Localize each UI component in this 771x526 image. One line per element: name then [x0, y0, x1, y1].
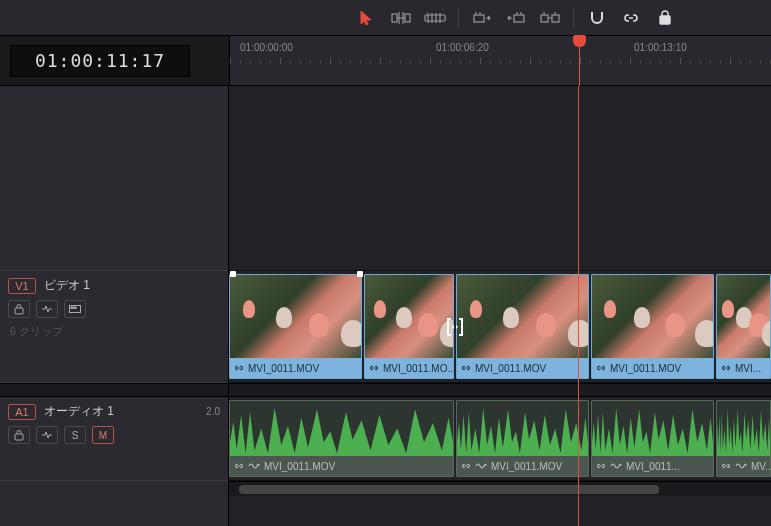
track-header-spacer	[0, 86, 228, 271]
blade-tool[interactable]	[384, 4, 418, 32]
playhead[interactable]	[578, 86, 579, 526]
video-track-clip-count: 6 クリップ	[8, 324, 220, 339]
track-lock-button[interactable]	[8, 426, 30, 444]
audio-track-header[interactable]: A1 オーディオ 1 2.0 S M	[0, 397, 228, 481]
video-track-header[interactable]: V1 ビデオ 1 6 クリップ	[0, 271, 228, 383]
svg-rect-6	[552, 15, 559, 22]
snap-toggle[interactable]	[580, 4, 614, 32]
toolbar	[0, 0, 771, 36]
video-clip[interactable]: MVI...	[716, 274, 771, 379]
toolbar-separator	[573, 8, 574, 28]
selection-tool[interactable]	[350, 4, 384, 32]
svg-rect-1	[405, 14, 410, 22]
timeline-spacer	[229, 86, 771, 271]
trim-start-tool[interactable]	[465, 4, 499, 32]
trim-end-tool[interactable]	[499, 4, 533, 32]
toolbar-separator	[458, 8, 459, 28]
ruler-timestamp: 01:00:00:00	[240, 42, 293, 53]
track-thumbnail-toggle[interactable]	[64, 300, 86, 318]
track-divider-content[interactable]	[229, 383, 771, 397]
svg-rect-11	[74, 307, 76, 309]
audio-clip[interactable]: MVI_0011.MOV	[456, 400, 589, 477]
svg-rect-4	[514, 15, 524, 22]
transition-tool[interactable]	[533, 4, 567, 32]
track-lock-button[interactable]	[8, 300, 30, 318]
video-track-row[interactable]: MVI_0011.MOVMVI_0011.MO...MVI_0011.MOVMV…	[229, 271, 771, 383]
ruler-timestamp: 01:00:06:20	[436, 42, 489, 53]
audio-track-channels: 2.0	[206, 406, 220, 417]
svg-rect-0	[392, 14, 397, 22]
clip-label: MVI_0011.MOV	[457, 358, 588, 378]
ruler-timestamp: 01:00:13:10	[634, 42, 687, 53]
track-headers: V1 ビデオ 1 6 クリップ	[0, 86, 229, 526]
link-toggle[interactable]	[614, 4, 648, 32]
audio-clip[interactable]: MVI_0011...	[591, 400, 714, 477]
svg-rect-8	[15, 308, 23, 314]
track-auto-select[interactable]	[36, 300, 58, 318]
clip-label: MVI_0011...	[592, 456, 713, 476]
audio-track-row[interactable]: MVI_0011.MOVMVI_0011.MOVMVI_0011...MV...	[229, 397, 771, 481]
svg-rect-3	[474, 15, 484, 22]
video-clip[interactable]: MVI_0011.MO...	[364, 274, 454, 379]
insert-tool[interactable]	[418, 4, 452, 32]
clip-label: MVI_0011.MO...	[365, 358, 453, 378]
timecode-display[interactable]: 01:00:11:17	[10, 45, 190, 77]
scrollbar-thumb[interactable]	[239, 485, 659, 494]
video-track-badge[interactable]: V1	[8, 278, 36, 294]
clip-label: MVI_0011.MOV	[230, 358, 361, 378]
video-track-label: ビデオ 1	[44, 277, 90, 294]
clip-label: MVI_0011.MOV	[457, 456, 588, 476]
mute-button[interactable]: M	[92, 426, 114, 444]
audio-track-badge[interactable]: A1	[8, 404, 36, 420]
clip-label: MVI_0011.MOV	[230, 456, 453, 476]
clip-label: MV...	[717, 456, 770, 476]
playhead-marker[interactable]	[579, 36, 580, 86]
svg-rect-5	[541, 15, 548, 22]
track-auto-select[interactable]	[36, 426, 58, 444]
svg-rect-10	[71, 307, 73, 309]
lock-toggle[interactable]	[648, 4, 682, 32]
timecode-container: 01:00:11:17	[0, 36, 229, 85]
video-clip[interactable]: MVI_0011.MOV	[229, 274, 362, 379]
audio-clip[interactable]: MV...	[716, 400, 771, 477]
solo-button[interactable]: S	[64, 426, 86, 444]
audio-track-label: オーディオ 1	[44, 403, 114, 420]
clip-marker	[230, 271, 236, 277]
track-divider[interactable]	[0, 383, 228, 397]
video-clip[interactable]: MVI_0011.MOV	[591, 274, 714, 379]
svg-rect-12	[15, 434, 23, 440]
svg-rect-7	[660, 16, 670, 24]
horizontal-scrollbar[interactable]	[229, 481, 771, 496]
video-clip[interactable]: MVI_0011.MOV	[456, 274, 589, 379]
clip-label: MVI...	[717, 358, 770, 378]
clip-marker	[357, 271, 363, 277]
audio-clip[interactable]: MVI_0011.MOV	[229, 400, 454, 477]
clip-label: MVI_0011.MOV	[592, 358, 713, 378]
timeline-ruler[interactable]: 01:00:00:0001:00:06:2001:00:13:10	[229, 36, 771, 85]
timeline-content[interactable]: MVI_0011.MOVMVI_0011.MO...MVI_0011.MOVMV…	[229, 86, 771, 526]
